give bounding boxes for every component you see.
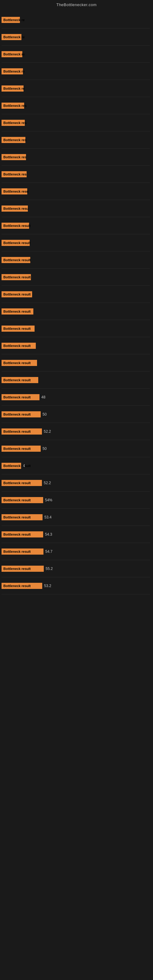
bar-row: Bottleneck result52.2 [2,423,150,440]
bar-value: 54% [45,498,52,502]
bar-label: Bottleneck res [2,154,26,160]
bar-label: Bottleneck resu [2,205,28,212]
bar-label: Bottleneck result [2,309,33,315]
bar-row: Bottleneck re [2,80,150,97]
bar-label: Bottleneck re [2,68,23,75]
bar-label: Bottleneck re [2,34,21,40]
bar-label: Bottleneck result [2,583,42,589]
bar-label: Bottleneck result [2,514,43,520]
bar-label: Bottleneck result [2,428,42,434]
bar-row: Bottleneck result [2,217,150,234]
bar-value: 55.2 [46,566,53,571]
bar-label: Bottleneck result [2,480,42,486]
bar-row: Bottleneck res [2,166,150,183]
bar-label: Bottleneck result [2,240,30,246]
bar-label: Bottleneck re [2,17,20,23]
bar-value: 53.4 [45,515,51,519]
bar-label: Bottleneck res [2,103,24,109]
bar-label: Bottleneck resu [2,188,27,194]
bar-row: Bottleneck result4 [2,457,150,474]
bar-value: 54.7 [45,549,52,554]
bar-label: Bottleneck result [2,566,44,572]
bar-row: Bottleneck re [2,11,150,29]
bar-label: Bottleneck result [2,445,41,452]
bar-value: 54.3 [45,532,52,536]
bar-row: Bottleneck result [2,234,150,251]
bar-label: Bottleneck result [2,411,41,417]
bar-row: Bottleneck resu [2,183,150,200]
bar-label: Bottleneck result [2,257,30,263]
bar-value: 50 [43,412,46,417]
bar-label: Bottleneck res [2,171,27,177]
bar-row: Bottleneck re [2,46,150,63]
bar-value: 48 [41,395,45,399]
bar-row: Bottleneck result [2,269,150,286]
bar-label: Bottleneck result [2,360,37,366]
bar-label: Bottleneck result [2,463,21,469]
bar-value: 52.2 [44,481,51,485]
bar-label: Bottleneck re [2,51,22,57]
bar-row: Bottleneck result54.3 [2,526,150,543]
bar-row: Bottleneck result53.2 [2,577,150,595]
bar-row: Bottleneck result [2,303,150,320]
bar-row: Bottleneck result54% [2,492,150,509]
bar-label: Bottleneck result [2,326,35,332]
bar-label: Bottleneck result [2,343,36,349]
bar-label: Bottleneck result [2,531,43,538]
chart-area: Bottleneck reBottleneck reBottleneck reB… [0,8,153,598]
bar-row: Bottleneck result55.2 [2,560,150,577]
bar-row: Bottleneck result48 [2,389,150,406]
bar-row: Bottleneck result [2,354,150,371]
bar-value: 52.2 [44,430,51,434]
bar-row: Bottleneck result52.2 [2,474,150,492]
bar-row: Bottleneck res [2,148,150,166]
bar-row: Bottleneck result [2,286,150,303]
bar-row: Bottleneck result54.7 [2,543,150,560]
bar-row: Bottleneck result [2,251,150,269]
bar-row: Bottleneck re [2,63,150,80]
bar-label: Bottleneck result [2,497,43,503]
bar-label: Bottleneck result [2,274,31,280]
bar-label: Bottleneck result [2,291,32,298]
bar-label: Bottleneck result [2,549,43,555]
bar-label: Bottleneck result [2,377,38,383]
bar-label: Bottleneck res [2,137,26,143]
bar-row: Bottleneck result50 [2,440,150,457]
bar-row: Bottleneck res [2,97,150,114]
bar-label: Bottleneck result [2,223,29,229]
bar-row: Bottleneck re [2,29,150,46]
bar-row: Bottleneck result [2,371,150,389]
bar-row: Bottleneck result [2,320,150,337]
bar-row: Bottleneck result50 [2,406,150,423]
bar-value: 4 [23,464,25,468]
bar-label: Bottleneck re [2,86,24,92]
bar-row: Bottleneck result [2,337,150,354]
bar-value: 53.2 [44,584,51,588]
bar-row: Bottleneck res [2,114,150,131]
site-title: TheBottlenecker.com [0,0,153,8]
bar-value: 50 [43,447,46,451]
bar-row: Bottleneck result53.4 [2,509,150,526]
bar-label: Bottleneck res [2,120,25,126]
bar-row: Bottleneck res [2,131,150,148]
bar-row: Bottleneck resu [2,200,150,217]
header: TheBottlenecker.com [0,0,153,8]
bar-label: Bottleneck result [2,394,40,400]
